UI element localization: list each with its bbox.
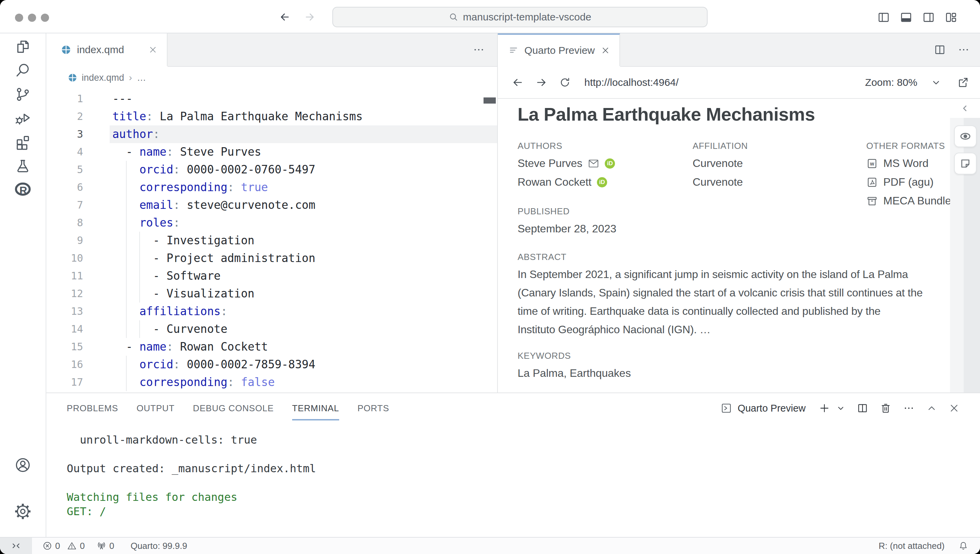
problems-status[interactable]: 0 0: [42, 541, 85, 551]
terminal-dropdown-icon[interactable]: [836, 404, 845, 413]
open-external-icon[interactable]: [957, 76, 969, 89]
close-panel-icon[interactable]: [949, 403, 959, 414]
terminal-instance-label: Quarto Preview: [738, 403, 806, 414]
radio-tower-icon: [96, 541, 107, 551]
accounts-icon[interactable]: [14, 453, 32, 477]
tab-quarto-preview[interactable]: Quarto Preview: [498, 34, 620, 66]
zoom-dropdown-icon[interactable]: [931, 77, 941, 88]
published-section: PUBLISHED September 28, 2023: [518, 205, 616, 237]
explorer-icon[interactable]: [14, 35, 32, 59]
r-language-icon[interactable]: R: [13, 178, 32, 202]
tab-index-qmd[interactable]: index.qmd: [46, 34, 167, 66]
code-line[interactable]: 7 email: steve@curvenote.com: [46, 196, 497, 214]
collapse-panel-icon[interactable]: [950, 99, 980, 118]
orcid-icon: iD: [597, 177, 607, 187]
line-number: 5: [46, 161, 83, 179]
warning-count: 0: [80, 541, 84, 551]
close-window-button[interactable]: [15, 14, 23, 22]
panel-tab-output[interactable]: OUTPUT: [137, 393, 175, 423]
panel-tab-ports[interactable]: PORTS: [358, 393, 389, 423]
preview-reload-icon[interactable]: [559, 77, 571, 88]
breadcrumb[interactable]: index.qmd › …: [46, 67, 497, 89]
close-tab-icon[interactable]: [148, 45, 158, 54]
tab-label: Quarto Preview: [524, 45, 595, 56]
split-terminal-icon[interactable]: [857, 402, 868, 414]
maximize-window-button[interactable]: [41, 14, 49, 22]
code-line[interactable]: 9 - Investigation: [46, 231, 497, 249]
preview-actions-more-icon[interactable]: [958, 44, 970, 56]
preview-zoom-level[interactable]: Zoom: 80%: [865, 77, 917, 88]
code-line[interactable]: 13 affiliations:: [46, 303, 497, 320]
status-bar: 0 0 0 Quarto: 99.9.9 R: (not attached): [0, 537, 980, 554]
history-back-button[interactable]: [278, 11, 291, 23]
toggle-primary-sidebar-icon[interactable]: [877, 11, 890, 24]
line-number: 14: [46, 320, 83, 338]
terminal-line: Watching files for changes: [67, 490, 980, 504]
terminal-instance[interactable]: Quarto Preview: [721, 402, 806, 414]
editor-actions-more-icon[interactable]: [473, 44, 485, 56]
code-line[interactable]: 6 corresponding: true: [46, 179, 497, 196]
panel-more-icon[interactable]: [903, 402, 915, 414]
format-link[interactable]: MECA Bundle: [866, 192, 964, 210]
visibility-button[interactable]: [954, 125, 977, 147]
code-line[interactable]: 1---: [46, 90, 497, 108]
preview-back-icon[interactable]: [511, 76, 524, 89]
new-terminal-icon[interactable]: [819, 402, 830, 414]
code-line[interactable]: 11 - Software: [46, 267, 497, 285]
line-number: 2: [46, 108, 83, 125]
code-line[interactable]: 3author:: [46, 125, 497, 143]
preview-forward-icon[interactable]: [535, 76, 547, 89]
panel-tab-problems[interactable]: PROBLEMS: [67, 393, 118, 423]
terminal-line: [67, 476, 980, 490]
preview-url[interactable]: http://localhost:4964/: [584, 77, 679, 88]
breadcrumb-file[interactable]: index.qmd: [82, 73, 124, 83]
format-label: MS Word: [883, 157, 929, 170]
code-line[interactable]: 14 - Curvenote: [46, 320, 497, 338]
terminal-line: [67, 447, 980, 461]
ports-status[interactable]: 0: [96, 541, 114, 551]
terminal-output[interactable]: unroll-markdown-cells: true Output creat…: [46, 423, 980, 537]
code-editor[interactable]: 1---2title: La Palma Earthquake Mechanis…: [46, 89, 497, 393]
preview-lines-icon: [509, 46, 518, 55]
kill-terminal-icon[interactable]: [880, 402, 891, 414]
minimize-window-button[interactable]: [28, 14, 36, 22]
source-control-icon[interactable]: [14, 83, 32, 106]
format-link[interactable]: wMS Word: [866, 154, 964, 173]
testing-icon[interactable]: [14, 154, 32, 178]
code-line[interactable]: 16 orcid: 0000-0002-7859-8394: [46, 356, 497, 374]
settings-gear-icon[interactable]: [14, 500, 32, 523]
r-status[interactable]: R: (not attached): [878, 541, 945, 551]
breadcrumb-more[interactable]: …: [137, 73, 146, 83]
search-icon[interactable]: [14, 59, 32, 83]
code-line[interactable]: 17 corresponding: false: [46, 374, 497, 391]
code-line[interactable]: 10 - Project administration: [46, 249, 497, 267]
ms-word-icon: w: [866, 158, 878, 169]
remote-indicator[interactable]: [0, 538, 32, 554]
notes-button[interactable]: [954, 153, 977, 174]
code-line[interactable]: 15 - name: Rowan Cockett: [46, 338, 497, 356]
code-line[interactable]: 8 roles:: [46, 214, 497, 231]
toggle-panel-icon[interactable]: [900, 11, 913, 24]
command-center-search[interactable]: manuscript-template-vscode: [332, 7, 708, 27]
panel-tab-debug-console[interactable]: DEBUG CONSOLE: [193, 393, 274, 423]
quarto-version[interactable]: Quarto: 99.9.9: [130, 541, 187, 551]
maximize-panel-icon[interactable]: [926, 403, 937, 414]
toggle-secondary-sidebar-icon[interactable]: [922, 11, 935, 24]
customize-layout-icon[interactable]: [945, 11, 958, 24]
close-tab-icon[interactable]: [601, 46, 610, 55]
history-forward-button[interactable]: [304, 11, 316, 23]
editor-group: index.qmd index.qmd › …: [46, 34, 498, 393]
panel-tab-terminal[interactable]: TERMINAL: [292, 393, 339, 423]
code-line[interactable]: 4 - name: Steve Purves: [46, 143, 497, 161]
line-number: 9: [46, 231, 83, 249]
format-link[interactable]: PDF (agu): [866, 173, 964, 192]
code-line[interactable]: 12 - Visualization: [46, 285, 497, 303]
split-editor-icon[interactable]: [934, 44, 946, 56]
extensions-icon[interactable]: [14, 130, 32, 154]
breadcrumb-chevron-icon: ›: [129, 72, 132, 83]
run-debug-icon[interactable]: [14, 106, 32, 130]
editor-scrollbar-thumb[interactable]: [484, 97, 496, 104]
code-line[interactable]: 2title: La Palma Earthquake Mechanisms: [46, 108, 497, 125]
notifications-bell-icon[interactable]: [958, 541, 969, 551]
code-line[interactable]: 5 orcid: 0000-0002-0760-5497: [46, 161, 497, 179]
